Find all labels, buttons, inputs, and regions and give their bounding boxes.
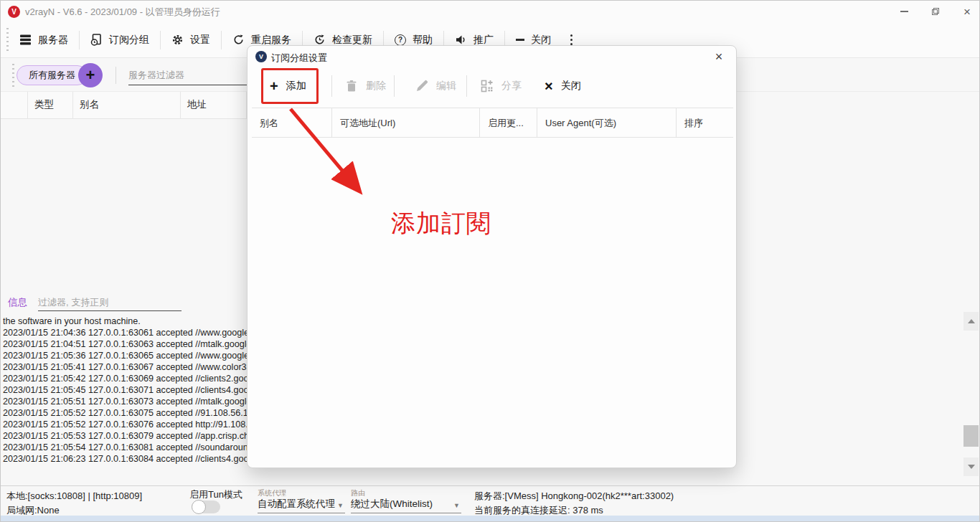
menu-check-update-label: 检查更新 [332, 34, 372, 47]
chevron-down-icon: ▼ [453, 502, 460, 509]
subscription-column-header[interactable]: 排序 [677, 108, 733, 137]
arrow-down-icon [968, 465, 975, 469]
close-dialog-toolbar-button[interactable]: × 关闭 [545, 70, 581, 103]
system-proxy-select[interactable]: 自动配置系统代理 ▼ [258, 498, 345, 513]
share-label: 分享 [501, 80, 522, 92]
menu-servers-label: 服务器 [38, 34, 68, 47]
server-column-header[interactable]: 地址 [181, 92, 247, 118]
close-button[interactable]: × [953, 1, 980, 22]
tab-info[interactable]: 信息 [8, 296, 27, 309]
x-icon: × [545, 80, 553, 92]
system-proxy-value: 自动配置系统代理 [258, 498, 335, 509]
v2rayn-window: V v2rayN - V6.6 - 2023/01/09 - 以管理员身份运行 … [0, 0, 980, 522]
toolbar-separator [394, 75, 395, 97]
minimize-button[interactable] [890, 1, 918, 22]
menu-servers[interactable]: 服务器 [9, 22, 79, 58]
restart-icon [232, 34, 245, 46]
annotation-arrow [281, 105, 374, 201]
menu-promotion-label: 推广 [473, 34, 494, 47]
dialog-logo-icon: V [255, 51, 267, 62]
select-column-spacer [1, 92, 28, 118]
local-listen-info: 本地:[socks:10808] | [http:10809] [6, 490, 142, 503]
close-label: 关闭 [561, 80, 581, 92]
menu-help-label: 帮助 [413, 34, 433, 47]
toggle-knob [192, 500, 206, 514]
server-filter-input[interactable] [128, 65, 247, 85]
server-icon [19, 34, 32, 46]
delete-label: 删除 [366, 80, 386, 92]
gear-icon [171, 34, 184, 46]
system-proxy-label: 系统代理 [258, 488, 286, 498]
annotation-highlight-rect [261, 68, 319, 104]
toolbar-grip [12, 64, 14, 88]
share-subscription-button[interactable]: 分享 [481, 70, 522, 103]
menu-settings[interactable]: 设置 [161, 22, 221, 58]
delete-subscription-button[interactable]: 删除 [345, 70, 386, 103]
scrollbar-thumb[interactable] [963, 425, 979, 447]
restore-icon [932, 8, 939, 15]
server-column-header[interactable]: 别名 [73, 92, 181, 118]
menu-restart-label: 重启服务 [251, 34, 291, 47]
log-filter-input[interactable] [38, 293, 182, 311]
server-table-header: 类型别名地址 [1, 92, 247, 119]
dialog-title: 订阅分组设置 [271, 52, 327, 65]
qr-share-icon [481, 80, 494, 92]
minus-icon [516, 39, 524, 40]
tun-mode-toggle[interactable] [192, 500, 220, 513]
server-group-all[interactable]: 所有服务器 [17, 65, 88, 85]
routing-select[interactable]: 绕过大陆(Whitelist) ▼ [351, 498, 461, 513]
routing-value: 绕过大陆(Whitelist) [351, 498, 433, 509]
toolbar-separator [331, 75, 332, 97]
routing-label: 路由 [351, 488, 365, 498]
scroll-down-button[interactable] [963, 457, 979, 476]
bottom-edge-strip [1, 516, 980, 522]
arrow-up-icon [968, 319, 975, 323]
menu-subscription-group[interactable]: 订阅分组 [80, 22, 160, 58]
dialog-close-button[interactable]: × [709, 47, 729, 66]
subscription-column-header[interactable]: 启用更... [480, 108, 537, 137]
more-options-button[interactable] [562, 34, 581, 45]
scroll-up-button[interactable] [963, 312, 979, 331]
menu-settings-label: 设置 [190, 34, 210, 47]
update-icon [314, 34, 326, 46]
restore-button[interactable] [922, 1, 949, 22]
active-server-info: 服务器:[VMess] Hongkong-002(hk2***art:33002… [474, 490, 674, 503]
toolbar-separator [116, 67, 116, 84]
trash-icon [345, 80, 358, 92]
close-icon: × [963, 6, 971, 18]
help-icon: ? [395, 34, 406, 46]
window-title: v2rayN - V6.6 - 2023/01/09 - 以管理员身份运行 [25, 6, 220, 19]
annotation-text: 添加訂閱 [391, 207, 491, 240]
minimize-icon [900, 11, 908, 12]
toolbar-separator [466, 75, 467, 97]
app-logo-icon: V [8, 6, 20, 18]
add-group-button[interactable]: + [78, 63, 103, 87]
menu-close-label: 关闭 [531, 34, 551, 47]
subscription-column-header[interactable]: User Agent(可选) [537, 108, 677, 137]
edit-subscription-button[interactable]: 编辑 [415, 70, 456, 103]
chevron-down-icon: ▼ [337, 502, 344, 509]
subscription-icon [90, 34, 103, 46]
speaker-icon [455, 34, 467, 46]
pencil-icon [415, 80, 428, 92]
edit-label: 编辑 [436, 80, 456, 92]
title-bar: V v2rayN - V6.6 - 2023/01/09 - 以管理员身份运行 … [1, 1, 980, 22]
status-bar: 本地:[socks:10808] | [http:10809] 局域网:None… [1, 486, 980, 516]
menu-subscription-label: 订阅分组 [109, 34, 149, 47]
server-column-header[interactable]: 类型 [28, 92, 73, 118]
